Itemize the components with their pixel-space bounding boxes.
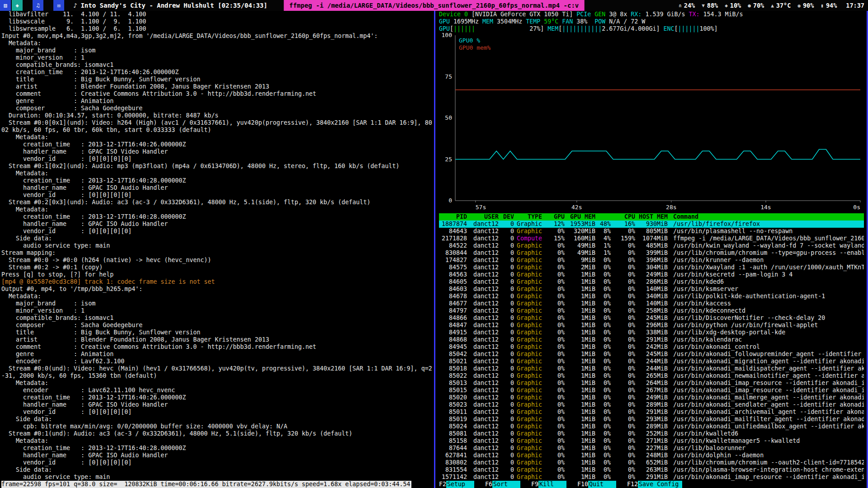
- terminal-line: major_brand : isom: [1, 47, 434, 54]
- function-key-bar: F2SetupF6SortF9KillF10QuitF12Save Config: [439, 481, 864, 488]
- terminal-line: composer : Sacha Goedegebure: [1, 322, 434, 329]
- ffmpeg-terminal-pane[interactable]: libavfilter 11. 4.100 / 11. 4.100 libsws…: [0, 11, 434, 488]
- status-item: ●70%: [748, 2, 764, 9]
- workspace-tag-1[interactable]: ▤: [0, 0, 11, 11]
- headphones-icon: ∩: [679, 3, 682, 9]
- column-header: CPU: [611, 213, 635, 221]
- terminal-line: Metadata:: [1, 293, 434, 300]
- process-row[interactable]: 85018danct120Graphic0%1MiB0%0%244MiB/usr…: [439, 365, 864, 372]
- fkey-action-kill[interactable]: Kill: [538, 481, 566, 488]
- fkey-action-quit[interactable]: Quit: [588, 481, 616, 488]
- chart-legend-gpu: GPU0 %: [459, 37, 480, 44]
- process-row[interactable]: 85024danct120Graphic0%1MiB0%0%289MiB/usr…: [439, 423, 864, 430]
- process-row[interactable]: 84563danct120Graphic0%1MiB0%0%249MiB/usr…: [439, 271, 864, 278]
- terminal-line: Stream #0:2[0x3](und): Audio: ac3 (ac-3 …: [1, 199, 434, 206]
- fkey-f9[interactable]: F9: [531, 481, 538, 488]
- process-row[interactable]: 84677danct120Graphic0%1MiB0%0%140MiB/usr…: [439, 300, 864, 307]
- process-row[interactable]: 85158danct120Graphic0%1MiB0%0%271MiB/usr…: [439, 437, 864, 445]
- gpu-usage-chart: 025507510057s42s28s14s0sGPU0 %GPU0 mem%: [439, 33, 864, 213]
- process-row[interactable]: 84643danct120Graphic0%320MiB8%0%805MiB/u…: [439, 228, 864, 235]
- chart-series-gpu0-: [455, 150, 860, 160]
- workspace-tag-3[interactable]: ♫: [33, 0, 43, 11]
- fkey-action-save-config[interactable]: Save Config: [638, 481, 682, 488]
- workspace-tag-4[interactable]: ✉: [53, 0, 64, 11]
- process-row[interactable]: 84797danct120Graphic0%1MiB0%0%258MiB/usr…: [439, 307, 864, 314]
- nvtop-terminal-pane[interactable]: Device 0 [NVIDIA GeForce GTX 1050 Ti] PC…: [434, 11, 868, 488]
- column-header: DEV: [499, 213, 514, 221]
- process-row[interactable]: 87644danct120Graphic0%1MiB0%0%227MiB/usr…: [439, 445, 864, 452]
- process-row[interactable]: 831554danct120Graphic0%1MiB0%0%263MiB/us…: [439, 466, 864, 474]
- process-row[interactable]: 85015danct120Graphic0%1MiB0%0%267MiB/usr…: [439, 387, 864, 394]
- process-row[interactable]: 2171828danct120Compute15%160MiB4%159%107…: [439, 235, 864, 242]
- terminal-line: Metadata:: [1, 380, 434, 387]
- terminal-line: libavfilter 11. 4.100 / 11. 4.100: [1, 11, 434, 18]
- terminal-line: Stream #0:1(und): Audio: ac3 (ac-3 / 0x3…: [1, 430, 434, 437]
- status-item: ▲37°C: [771, 2, 791, 9]
- gpu-gauge-label: GPU: [439, 25, 450, 32]
- process-row[interactable]: 85011danct120Graphic0%1MiB0%0%291MiB/usr…: [439, 408, 864, 416]
- workspace-tag-2[interactable]: ◈: [12, 0, 23, 11]
- process-row[interactable]: 1887874danct120Graphic12%1953MiB48%16%93…: [439, 221, 864, 228]
- process-row[interactable]: 84915danct120Graphic0%1MiB0%0%338MiB/usr…: [439, 329, 864, 336]
- process-row[interactable]: 85020danct120Graphic0%1MiB0%0%249MiB/usr…: [439, 394, 864, 401]
- process-row[interactable]: 627841danct120Graphic0%1MiB0%0%248MiB/us…: [439, 452, 864, 459]
- process-row[interactable]: 830844danct120Graphic0%49MiB1%0%399MiB/u…: [439, 249, 864, 257]
- process-row[interactable]: 84866danct120Graphic0%1MiB0%0%245MiB/usr…: [439, 314, 864, 322]
- fkey-action-sort[interactable]: Sort: [492, 481, 520, 488]
- column-header: HOST MEM: [635, 213, 668, 221]
- process-row[interactable]: 85023danct120Graphic0%1MiB0%0%289MiB/usr…: [439, 401, 864, 408]
- terminal-line: Output #0, mp4, to '/tmp/bbb_h265.mp4':: [1, 286, 434, 293]
- process-row[interactable]: 84847danct120Graphic0%1MiB0%0%296MiB/usr…: [439, 322, 864, 329]
- column-header: GPU: [542, 213, 565, 221]
- terminal-line: Press [q] to stop, [?] for help: [1, 271, 434, 278]
- process-row[interactable]: 84575danct120Graphic0%2MiB0%0%304MiB/usr…: [439, 264, 864, 271]
- process-row[interactable]: 84603danct120Graphic0%1MiB0%0%140MiB/usr…: [439, 286, 864, 293]
- temperature-icon: ▲: [771, 3, 774, 9]
- process-row[interactable]: 85013danct120Graphic0%1MiB0%0%264MiB/usr…: [439, 380, 864, 387]
- fkey-f10[interactable]: F10: [577, 481, 588, 488]
- gpu-usage-chart-svg: 025507510057s42s28s14s0sGPU0 %GPU0 mem%: [439, 33, 864, 213]
- terminal-line: 02 kb/s, 60 fps, 60 tbr, 60k tbn, start …: [1, 127, 434, 134]
- tiled-panes: libavfilter 11. 4.100 / 11. 4.100 libsws…: [0, 11, 868, 488]
- chart-y-tick-label: 25: [445, 156, 452, 163]
- terminal-line: creation_time : 2013-12-17T16:40:28.0000…: [1, 177, 434, 184]
- volume-icon: ▼: [702, 3, 705, 9]
- process-row[interactable]: 84605danct120Graphic0%1MiB0%0%286MiB/usr…: [439, 278, 864, 286]
- fkey-f6[interactable]: F6: [485, 481, 492, 488]
- terminal-line: vendor_id : [0][0][0][0]: [1, 228, 434, 235]
- terminal-line: audio service type: main: [1, 474, 434, 481]
- status-value: 70%: [753, 2, 764, 9]
- fkey-action-setup[interactable]: Setup: [446, 481, 474, 488]
- process-row[interactable]: 85022danct120Graphic0%1MiB0%0%265MiB/usr…: [439, 372, 864, 380]
- fkey-f2[interactable]: F2: [439, 481, 446, 488]
- status-value: 24%: [684, 2, 695, 9]
- process-row[interactable]: 85042danct120Graphic0%1MiB0%0%245MiB/usr…: [439, 351, 864, 358]
- terminal-line: title : Big Buck Bunny, Sunflower versio…: [1, 76, 434, 83]
- terminal-line: comment : Creative Commons Attribution 3…: [1, 90, 434, 98]
- mem-gauge-label: MEM: [547, 25, 558, 32]
- terminal-line: vendor_id : [0][0][0][0]: [1, 155, 434, 163]
- process-row[interactable]: 1571142danct120Graphic0%1MiB0%0%291MiB/u…: [439, 474, 864, 481]
- terminal-line: handler_name : GPAC ISO Audio Handler: [1, 452, 434, 459]
- terminal-line: creation_time : 2013-12-17T16:40:28.0000…: [1, 445, 434, 452]
- process-row[interactable]: 830802danct120Graphic0%1MiB0%0%652MiB/us…: [439, 459, 864, 466]
- process-row[interactable]: 85081danct120Graphic0%1MiB0%0%252MiB/usr…: [439, 430, 864, 437]
- process-row[interactable]: 84945danct120Graphic0%1MiB0%0%242MiB/usr…: [439, 343, 864, 351]
- terminal-line: artist : Blender Foundation 2008, Janus …: [1, 336, 434, 343]
- status-value: 10%: [730, 2, 741, 9]
- screen: ▤◈♫✉ ♪ Into Sandy's City - Andrew Hulshu…: [0, 0, 868, 488]
- process-row[interactable]: 84868danct120Graphic0%1MiB0%0%291MiB/usr…: [439, 336, 864, 343]
- enc-gauge-label: ENC: [663, 25, 674, 32]
- process-row[interactable]: 174827danct120Graphic0%9MiB0%0%396MiB/us…: [439, 257, 864, 264]
- chart-legend-mem: GPU0 mem%: [459, 44, 491, 51]
- fkey-f12[interactable]: F12: [627, 481, 638, 488]
- terminal-line: Metadata:: [1, 437, 434, 445]
- process-row[interactable]: 84522danct120Graphic0%49MiB1%0%485MiB/us…: [439, 242, 864, 249]
- process-row[interactable]: 84678danct120Graphic0%1MiB0%0%340MiB/usr…: [439, 293, 864, 300]
- process-row[interactable]: 85019danct120Graphic0%1MiB0%0%293MiB/usr…: [439, 416, 864, 423]
- battery-icon: ▮: [821, 3, 824, 9]
- process-row[interactable]: 85021danct120Graphic0%1MiB0%0%244MiB/usr…: [439, 358, 864, 365]
- chart-y-tick-label: 0: [448, 197, 452, 204]
- terminal-line: Stream #0:0 -> #0:0 (h264 (native) -> he…: [1, 257, 434, 264]
- terminal-line: compatible_brands: isomavc1: [1, 61, 434, 69]
